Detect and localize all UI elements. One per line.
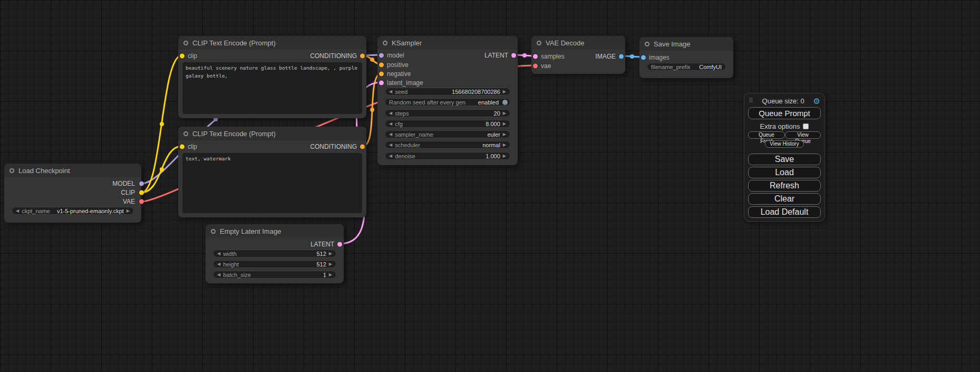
prev-value-icon[interactable]: ◀ (217, 273, 220, 277)
drag-handle-icon[interactable]: ⠿ (749, 97, 753, 104)
prev-value-icon[interactable]: ◀ (389, 111, 392, 116)
scheduler-widget[interactable]: ◀ scheduler normal ▶ (385, 141, 510, 149)
node-ksampler[interactable]: KSampler model LATENT positive negative … (377, 36, 518, 165)
prev-value-icon[interactable]: ◀ (389, 143, 392, 147)
collapse-dot-icon[interactable] (9, 168, 14, 173)
conditioning-output-port[interactable] (360, 53, 365, 58)
next-value-icon[interactable]: ▶ (329, 252, 332, 256)
collapse-dot-icon[interactable] (211, 229, 216, 234)
widget-value: 512 (316, 261, 326, 268)
node-empty-latent-image[interactable]: Empty Latent Image LATENT ◀ width 512 ▶ … (206, 224, 344, 283)
refresh-button[interactable]: Refresh (748, 180, 821, 192)
next-value-icon[interactable]: ▶ (329, 262, 332, 266)
prev-value-icon[interactable]: ◀ (389, 132, 392, 137)
latent-image-input-port[interactable] (379, 80, 384, 85)
wire-midpoint-dot (522, 53, 527, 58)
clear-button[interactable]: Clear (748, 193, 821, 205)
node-save-image[interactable]: Save Image images filename_prefix ComfyU… (639, 37, 733, 78)
queue-prompt-button[interactable]: Queue Prompt (748, 107, 821, 119)
negative-prompt-textarea[interactable]: text, watermark (182, 153, 362, 213)
next-value-icon[interactable]: ▶ (329, 273, 332, 277)
node-title: Save Image (654, 40, 690, 48)
collapse-dot-icon[interactable] (383, 41, 387, 45)
width-widget[interactable]: ◀ width 512 ▶ (213, 250, 336, 257)
latent-output-port[interactable] (337, 242, 342, 246)
node-title-bar[interactable]: CLIP Text Encode (Prompt) (178, 36, 366, 50)
next-value-icon[interactable]: ▶ (503, 132, 506, 137)
node-title-bar[interactable]: Load Checkpoint (4, 164, 141, 177)
node-title-bar[interactable]: Save Image (639, 37, 733, 51)
next-value-icon[interactable]: ▶ (503, 111, 506, 116)
random-seed-widget[interactable]: Random seed after every gen enabled (385, 98, 510, 106)
settings-gear-icon[interactable]: ⚙ (813, 97, 820, 105)
widget-label: steps (395, 110, 409, 117)
negative-input-port[interactable] (379, 71, 384, 76)
node-title-bar[interactable]: CLIP Text Encode (Prompt) (178, 127, 366, 140)
comfyui-menu-panel: ⠿ Queue size: 0 ⚙ Queue Prompt Extra opt… (744, 93, 825, 222)
node-load-checkpoint[interactable]: Load Checkpoint MODEL CLIP VAE ◀ ckpt_na… (4, 164, 141, 223)
positive-input-port[interactable] (379, 62, 384, 67)
clip-output-port[interactable] (139, 190, 144, 195)
next-value-icon[interactable]: ▶ (503, 143, 506, 147)
node-title-bar[interactable]: VAE Decode (531, 36, 625, 50)
denoise-widget[interactable]: ◀ denoise 1.000 ▶ (385, 152, 510, 160)
prev-value-icon[interactable]: ◀ (389, 154, 392, 158)
model-output-port[interactable] (139, 181, 144, 186)
collapse-dot-icon[interactable] (183, 131, 188, 136)
view-queue-button[interactable]: View Queue (785, 131, 821, 139)
height-widget[interactable]: ◀ height 512 ▶ (213, 260, 336, 268)
vae-output-port[interactable] (139, 199, 144, 204)
image-output-port[interactable] (619, 54, 624, 59)
widget-value: 1.000 (486, 153, 500, 159)
positive-prompt-textarea[interactable]: beautiful scenery nature glass bottle la… (182, 62, 362, 114)
ckpt-name-widget[interactable]: ◀ ckpt_name v1-5-pruned-emaonly.ckpt ▶ (12, 207, 134, 215)
output-label: LATENT (311, 241, 334, 248)
widget-value: 512 (316, 251, 326, 257)
extra-options-checkbox[interactable] (803, 123, 809, 129)
prev-value-icon[interactable]: ◀ (217, 262, 220, 266)
load-button[interactable]: Load (748, 167, 821, 178)
widget-label: Random seed after every gen (389, 99, 465, 106)
widget-value: 156680208700286 (452, 89, 500, 95)
prev-value-icon[interactable]: ◀ (16, 209, 19, 213)
node-title-bar[interactable]: Empty Latent Image (206, 224, 344, 238)
prev-value-icon[interactable]: ◀ (389, 90, 392, 94)
vae-input-port[interactable] (533, 63, 538, 68)
next-value-icon[interactable]: ▶ (503, 90, 506, 94)
next-value-icon[interactable]: ▶ (127, 209, 130, 213)
wire-midpoint-dot (370, 58, 374, 62)
sampler-name-widget[interactable]: ◀ sampler_name euler ▶ (385, 130, 510, 138)
batch-size-widget[interactable]: ◀ batch_size 1 ▶ (213, 271, 336, 279)
node-title-bar[interactable]: KSampler (377, 36, 518, 50)
collapse-dot-icon[interactable] (183, 41, 188, 45)
collapse-dot-icon[interactable] (645, 42, 649, 46)
prev-value-icon[interactable]: ◀ (217, 252, 220, 256)
cfg-widget[interactable]: ◀ cfg 8.000 ▶ (385, 120, 510, 128)
next-value-icon[interactable]: ▶ (503, 122, 506, 126)
seed-toggle-dot[interactable] (502, 100, 508, 105)
widget-value: normal (482, 142, 500, 148)
node-vae-decode[interactable]: VAE Decode samples IMAGE vae (531, 36, 625, 74)
node-graph-canvas[interactable]: Load Checkpoint MODEL CLIP VAE ◀ ckpt_na… (0, 0, 980, 372)
seed-widget[interactable]: ◀ seed 156680208700286 ▶ (385, 88, 510, 96)
prev-value-icon[interactable]: ◀ (389, 122, 392, 126)
next-value-icon[interactable]: ▶ (503, 154, 506, 158)
view-history-button[interactable]: View History (765, 140, 803, 148)
images-input-port[interactable] (641, 55, 646, 60)
load-default-button[interactable]: Load Default (748, 206, 821, 218)
node-title: CLIP Text Encode (Prompt) (192, 39, 276, 47)
save-button[interactable]: Save (748, 154, 821, 165)
latent-output-port[interactable] (511, 53, 516, 58)
conditioning-output-port[interactable] (360, 144, 365, 149)
collapse-dot-icon[interactable] (537, 41, 541, 45)
steps-widget[interactable]: ◀ steps 20 ▶ (385, 109, 510, 117)
filename-prefix-widget[interactable]: filename_prefix ComfyUI (647, 63, 726, 71)
wire-midpoint-dot (630, 54, 634, 59)
queue-front-button[interactable]: Queue Front (748, 131, 785, 139)
queue-size-label: Queue size: 0 (762, 97, 804, 105)
input-label: images (649, 54, 669, 61)
widget-value: 1 (323, 272, 326, 278)
node-clip-text-encode-negative[interactable]: CLIP Text Encode (Prompt) clip CONDITION… (178, 127, 366, 217)
node-clip-text-encode-positive[interactable]: CLIP Text Encode (Prompt) clip CONDITION… (178, 36, 366, 118)
widget-value: v1-5-pruned-emaonly.ckpt (57, 208, 124, 214)
